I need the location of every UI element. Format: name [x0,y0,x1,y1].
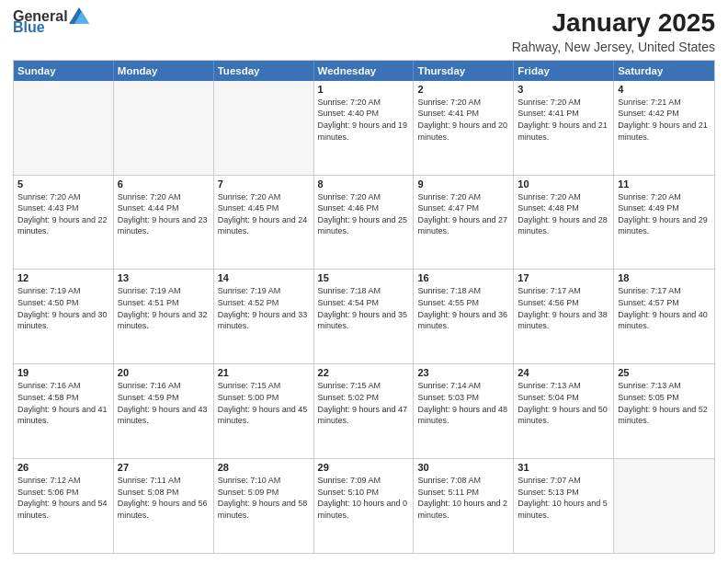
day-number-20: 20 [118,367,210,378]
day-cell-26: 26Sunrise: 7:12 AMSunset: 5:06 PMDayligh… [14,459,114,553]
day-info-13: Sunrise: 7:19 AMSunset: 4:51 PMDaylight:… [118,285,210,331]
day-cell-24: 24Sunrise: 7:13 AMSunset: 5:04 PMDayligh… [514,364,614,458]
month-title: January 2025 [512,9,715,38]
day-cell-16: 16Sunrise: 7:18 AMSunset: 4:55 PMDayligh… [414,270,514,363]
day-cell-4: 4Sunrise: 7:21 AMSunset: 4:42 PMDaylight… [614,81,714,175]
day-info-11: Sunrise: 7:20 AMSunset: 4:49 PMDaylight:… [618,191,711,237]
day-cell-29: 29Sunrise: 7:09 AMSunset: 5:10 PMDayligh… [314,459,415,553]
day-info-22: Sunrise: 7:15 AMSunset: 5:02 PMDaylight:… [318,380,410,426]
page: General Blue January 2025 Rahway, New Je… [0,0,728,563]
day-info-20: Sunrise: 7:16 AMSunset: 4:59 PMDaylight:… [118,380,210,426]
day-cell-17: 17Sunrise: 7:17 AMSunset: 4:56 PMDayligh… [514,270,614,363]
day-number-25: 25 [618,367,711,378]
day-number-29: 29 [318,462,410,473]
day-number-27: 27 [118,462,210,473]
day-cell-22: 22Sunrise: 7:15 AMSunset: 5:02 PMDayligh… [314,364,415,458]
header: General Blue January 2025 Rahway, New Je… [13,9,715,54]
header-sunday: Sunday [14,61,114,81]
day-number-30: 30 [417,462,509,473]
calendar-week-4: 19Sunrise: 7:16 AMSunset: 4:58 PMDayligh… [14,363,714,458]
day-number-12: 12 [17,272,109,283]
day-info-5: Sunrise: 7:20 AMSunset: 4:43 PMDaylight:… [17,191,109,237]
day-number-5: 5 [17,178,109,190]
day-number-14: 14 [218,272,310,283]
header-tuesday: Tuesday [214,61,314,81]
empty-cell-w0-d0 [14,81,114,175]
day-cell-13: 13Sunrise: 7:19 AMSunset: 4:51 PMDayligh… [114,270,214,363]
day-number-9: 9 [417,178,509,190]
calendar-week-3: 12Sunrise: 7:19 AMSunset: 4:50 PMDayligh… [14,269,714,363]
day-number-11: 11 [618,178,711,190]
day-info-9: Sunrise: 7:20 AMSunset: 4:47 PMDaylight:… [417,191,509,237]
day-cell-3: 3Sunrise: 7:20 AMSunset: 4:41 PMDaylight… [514,81,614,175]
day-info-3: Sunrise: 7:20 AMSunset: 4:41 PMDaylight:… [518,97,609,143]
day-info-7: Sunrise: 7:20 AMSunset: 4:45 PMDaylight:… [218,191,310,237]
day-number-15: 15 [318,272,410,283]
day-number-13: 13 [118,272,210,283]
calendar-week-5: 26Sunrise: 7:12 AMSunset: 5:06 PMDayligh… [14,458,714,553]
day-info-10: Sunrise: 7:20 AMSunset: 4:48 PMDaylight:… [518,191,609,237]
day-info-29: Sunrise: 7:09 AMSunset: 5:10 PMDaylight:… [318,475,410,521]
empty-cell-w4-d6 [614,459,714,553]
empty-cell-w0-d2 [214,81,314,175]
day-cell-7: 7Sunrise: 7:20 AMSunset: 4:45 PMDaylight… [214,176,314,270]
day-cell-12: 12Sunrise: 7:19 AMSunset: 4:50 PMDayligh… [14,270,114,363]
day-number-28: 28 [218,462,310,473]
day-cell-18: 18Sunrise: 7:17 AMSunset: 4:57 PMDayligh… [614,270,714,363]
day-info-16: Sunrise: 7:18 AMSunset: 4:55 PMDaylight:… [417,285,509,331]
day-info-18: Sunrise: 7:17 AMSunset: 4:57 PMDaylight:… [618,285,711,331]
day-info-4: Sunrise: 7:21 AMSunset: 4:42 PMDaylight:… [618,97,711,143]
day-number-6: 6 [118,178,210,190]
day-info-25: Sunrise: 7:13 AMSunset: 5:05 PMDaylight:… [618,380,711,426]
day-cell-27: 27Sunrise: 7:11 AMSunset: 5:08 PMDayligh… [114,459,214,553]
day-number-18: 18 [618,272,711,283]
day-info-26: Sunrise: 7:12 AMSunset: 5:06 PMDaylight:… [17,475,109,521]
day-info-31: Sunrise: 7:07 AMSunset: 5:13 PMDaylight:… [518,475,609,521]
day-info-14: Sunrise: 7:19 AMSunset: 4:52 PMDaylight:… [218,285,310,331]
day-cell-1: 1Sunrise: 7:20 AMSunset: 4:40 PMDaylight… [314,81,415,175]
day-number-3: 3 [518,84,609,95]
header-monday: Monday [114,61,214,81]
day-number-22: 22 [318,367,410,378]
empty-cell-w0-d1 [114,81,214,175]
day-cell-14: 14Sunrise: 7:19 AMSunset: 4:52 PMDayligh… [214,270,314,363]
logo: General Blue [13,9,89,35]
calendar-body: 1Sunrise: 7:20 AMSunset: 4:40 PMDaylight… [14,81,714,553]
day-info-23: Sunrise: 7:14 AMSunset: 5:03 PMDaylight:… [417,380,509,426]
calendar-week-1: 1Sunrise: 7:20 AMSunset: 4:40 PMDaylight… [14,81,714,175]
day-cell-8: 8Sunrise: 7:20 AMSunset: 4:46 PMDaylight… [314,176,415,270]
day-number-24: 24 [518,367,609,378]
day-number-10: 10 [518,178,609,190]
calendar-header: Sunday Monday Tuesday Wednesday Thursday… [14,61,714,81]
day-cell-28: 28Sunrise: 7:10 AMSunset: 5:09 PMDayligh… [214,459,314,553]
day-cell-31: 31Sunrise: 7:07 AMSunset: 5:13 PMDayligh… [514,459,614,553]
day-info-15: Sunrise: 7:18 AMSunset: 4:54 PMDaylight:… [318,285,410,331]
day-info-1: Sunrise: 7:20 AMSunset: 4:40 PMDaylight:… [318,97,410,143]
day-cell-15: 15Sunrise: 7:18 AMSunset: 4:54 PMDayligh… [314,270,415,363]
day-number-1: 1 [318,84,410,95]
calendar: Sunday Monday Tuesday Wednesday Thursday… [13,60,715,554]
day-cell-9: 9Sunrise: 7:20 AMSunset: 4:47 PMDaylight… [414,176,514,270]
day-cell-23: 23Sunrise: 7:14 AMSunset: 5:03 PMDayligh… [414,364,514,458]
logo-blue-text: Blue [13,20,45,35]
day-number-23: 23 [417,367,509,378]
day-cell-6: 6Sunrise: 7:20 AMSunset: 4:44 PMDaylight… [114,176,214,270]
day-cell-11: 11Sunrise: 7:20 AMSunset: 4:49 PMDayligh… [614,176,714,270]
day-number-7: 7 [218,178,310,190]
day-info-21: Sunrise: 7:15 AMSunset: 5:00 PMDaylight:… [218,380,310,426]
logo-icon [69,7,89,24]
day-info-19: Sunrise: 7:16 AMSunset: 4:58 PMDaylight:… [17,380,109,426]
day-number-19: 19 [17,367,109,378]
day-number-8: 8 [318,178,410,190]
day-cell-19: 19Sunrise: 7:16 AMSunset: 4:58 PMDayligh… [14,364,114,458]
header-wednesday: Wednesday [314,61,415,81]
day-info-28: Sunrise: 7:10 AMSunset: 5:09 PMDaylight:… [218,475,310,521]
day-cell-10: 10Sunrise: 7:20 AMSunset: 4:48 PMDayligh… [514,176,614,270]
day-info-6: Sunrise: 7:20 AMSunset: 4:44 PMDaylight:… [118,191,210,237]
day-info-12: Sunrise: 7:19 AMSunset: 4:50 PMDaylight:… [17,285,109,331]
day-number-16: 16 [417,272,509,283]
header-friday: Friday [514,61,614,81]
day-number-2: 2 [417,84,509,95]
day-cell-2: 2Sunrise: 7:20 AMSunset: 4:41 PMDaylight… [414,81,514,175]
day-info-17: Sunrise: 7:17 AMSunset: 4:56 PMDaylight:… [518,285,609,331]
